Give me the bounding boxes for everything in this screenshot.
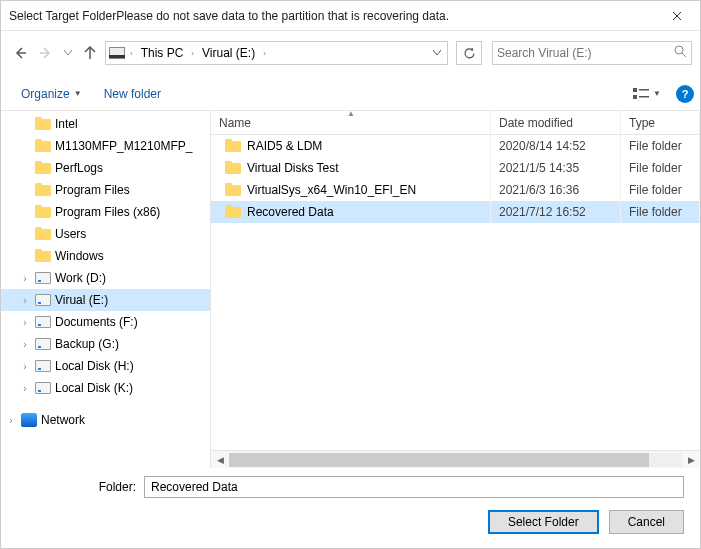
svg-rect-4 (639, 96, 649, 98)
window-title: Select Target FolderPlease do not save d… (9, 9, 654, 23)
close-icon (672, 11, 682, 21)
scroll-right-icon[interactable]: ▶ (682, 455, 700, 465)
tree-item[interactable]: M1130MFP_M1210MFP_ (1, 135, 210, 157)
tree-item-label: Users (55, 227, 86, 241)
back-button[interactable] (9, 42, 31, 64)
close-button[interactable] (654, 1, 700, 30)
drive-icon (35, 272, 51, 284)
tree-item-label: Program Files (55, 183, 130, 197)
main-content: IntelM1130MFP_M1210MFP_PerfLogsProgram F… (1, 111, 700, 468)
view-options-button[interactable]: ▼ (628, 84, 666, 104)
folder-tree[interactable]: IntelM1130MFP_M1210MFP_PerfLogsProgram F… (1, 111, 211, 468)
forward-button[interactable] (35, 42, 57, 64)
file-list-pane: ▲ Name Date modified Type RAID5 & LDM202… (211, 111, 700, 468)
file-date: 2021/1/5 14:35 (491, 157, 621, 179)
tree-item[interactable]: ›Network (1, 409, 210, 431)
search-box[interactable] (492, 41, 692, 65)
scroll-thumb[interactable] (229, 453, 649, 467)
tree-item[interactable]: Users (1, 223, 210, 245)
tree-item[interactable]: Program Files (x86) (1, 201, 210, 223)
chevron-down-icon: ▼ (653, 89, 661, 98)
expand-icon[interactable]: › (19, 317, 31, 328)
select-folder-button[interactable]: Select Folder (488, 510, 599, 534)
file-date: 2020/8/14 14:52 (491, 135, 621, 157)
cancel-button[interactable]: Cancel (609, 510, 684, 534)
folder-input[interactable] (144, 476, 684, 498)
drive-icon (35, 382, 51, 394)
network-icon (21, 413, 37, 427)
drive-icon (35, 316, 51, 328)
expand-icon[interactable]: › (5, 415, 17, 426)
tree-item[interactable]: ›Work (D:) (1, 267, 210, 289)
new-folder-button[interactable]: New folder (96, 83, 169, 105)
horizontal-scrollbar[interactable]: ◀ ▶ (211, 450, 700, 468)
folder-icon (35, 205, 51, 219)
tree-item[interactable]: PerfLogs (1, 157, 210, 179)
table-row[interactable]: Recovered Data2021/7/12 16:52File folder (211, 201, 700, 223)
up-button[interactable] (79, 42, 101, 64)
table-row[interactable]: RAID5 & LDM2020/8/14 14:52File folder (211, 135, 700, 157)
file-type: File folder (621, 157, 700, 179)
breadcrumb-dropdown[interactable] (427, 50, 445, 56)
breadcrumb-this-pc[interactable]: This PC (135, 42, 190, 64)
tree-item[interactable]: Windows (1, 245, 210, 267)
file-date: 2021/6/3 16:36 (491, 179, 621, 201)
table-row[interactable]: VirtualSys_x64_Win10_EFI_EN2021/6/3 16:3… (211, 179, 700, 201)
tree-item-label: Virual (E:) (55, 293, 108, 307)
drive-icon (35, 294, 51, 306)
tree-item[interactable]: ›Documents (F:) (1, 311, 210, 333)
svg-rect-3 (633, 95, 637, 99)
expand-icon[interactable]: › (19, 273, 31, 284)
organize-button[interactable]: Organize▼ (13, 83, 90, 105)
svg-rect-1 (633, 88, 637, 92)
list-body[interactable]: RAID5 & LDM2020/8/14 14:52File folderVir… (211, 135, 700, 450)
tree-item[interactable]: ›Backup (G:) (1, 333, 210, 355)
help-button[interactable]: ? (676, 85, 694, 103)
scroll-left-icon[interactable]: ◀ (211, 455, 229, 465)
toolbar: Organize▼ New folder ▼ ? (1, 77, 700, 111)
table-row[interactable]: Virtual Disks Test2021/1/5 14:35File fol… (211, 157, 700, 179)
recent-dropdown[interactable] (61, 42, 75, 64)
file-type: File folder (621, 135, 700, 157)
tree-item[interactable]: ›Local Disk (K:) (1, 377, 210, 399)
tree-item[interactable]: ›Local Disk (H:) (1, 355, 210, 377)
drive-icon (35, 360, 51, 372)
expand-icon[interactable]: › (19, 361, 31, 372)
breadcrumb-current[interactable]: Virual (E:) (196, 42, 261, 64)
tree-item[interactable]: Intel (1, 113, 210, 135)
tree-item[interactable]: ›Virual (E:) (1, 289, 210, 311)
file-name: RAID5 & LDM (247, 139, 322, 153)
search-icon (674, 45, 687, 61)
refresh-button[interactable] (456, 41, 482, 65)
expand-icon[interactable]: › (19, 295, 31, 306)
tree-item-label: Local Disk (H:) (55, 359, 134, 373)
folder-icon (35, 227, 51, 241)
search-input[interactable] (497, 46, 674, 60)
svg-rect-2 (639, 89, 649, 91)
breadcrumb[interactable]: › This PC › Virual (E:) › (105, 41, 448, 65)
arrow-up-icon (83, 46, 97, 60)
chevron-right-icon: › (189, 49, 196, 58)
folder-label: Folder: (91, 480, 136, 494)
tree-item-label: Program Files (x86) (55, 205, 160, 219)
folder-input-row: Folder: (1, 468, 700, 502)
sort-indicator-icon: ▲ (211, 111, 491, 118)
folder-icon (225, 183, 241, 197)
expand-icon[interactable]: › (19, 339, 31, 350)
scroll-track[interactable] (229, 453, 682, 467)
titlebar: Select Target FolderPlease do not save d… (1, 1, 700, 31)
chevron-right-icon: › (261, 49, 268, 58)
tree-item-label: Backup (G:) (55, 337, 119, 351)
chevron-down-icon: ▼ (74, 89, 82, 98)
file-date: 2021/7/12 16:52 (491, 201, 621, 223)
tree-item-label: Intel (55, 117, 78, 131)
tree-item-label: Documents (F:) (55, 315, 138, 329)
chevron-down-icon (64, 50, 72, 56)
expand-icon[interactable]: › (19, 383, 31, 394)
tree-item[interactable]: Program Files (1, 179, 210, 201)
drive-icon (35, 338, 51, 350)
file-name: Recovered Data (247, 205, 334, 219)
chevron-right-icon: › (128, 49, 135, 58)
refresh-icon (463, 47, 476, 60)
tree-item-label: Local Disk (K:) (55, 381, 133, 395)
